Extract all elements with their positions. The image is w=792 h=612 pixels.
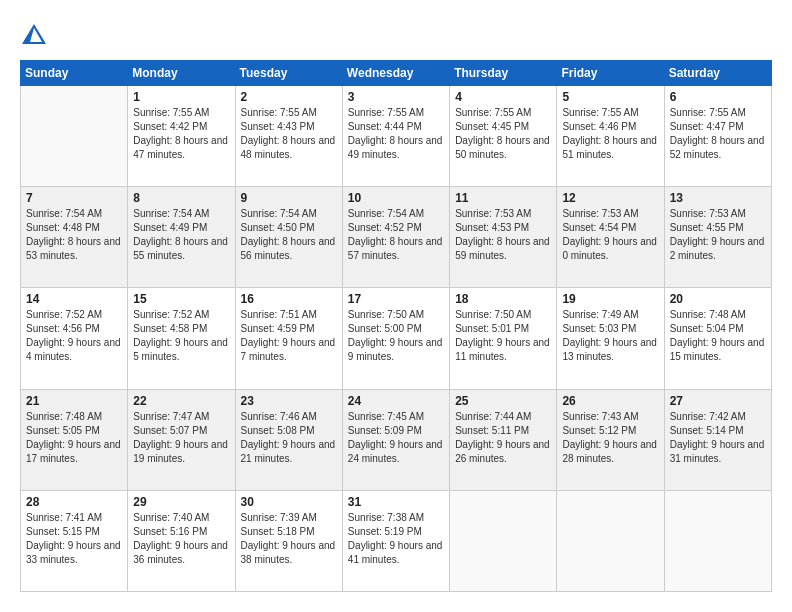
calendar-cell: 5Sunrise: 7:55 AM Sunset: 4:46 PM Daylig… (557, 86, 664, 187)
calendar-cell: 24Sunrise: 7:45 AM Sunset: 5:09 PM Dayli… (342, 389, 449, 490)
calendar-cell: 22Sunrise: 7:47 AM Sunset: 5:07 PM Dayli… (128, 389, 235, 490)
header (20, 20, 772, 48)
day-number: 19 (562, 292, 658, 306)
day-info: Sunrise: 7:51 AM Sunset: 4:59 PM Dayligh… (241, 308, 337, 364)
day-number: 30 (241, 495, 337, 509)
day-info: Sunrise: 7:54 AM Sunset: 4:48 PM Dayligh… (26, 207, 122, 263)
day-number: 3 (348, 90, 444, 104)
week-row-2: 7Sunrise: 7:54 AM Sunset: 4:48 PM Daylig… (21, 187, 772, 288)
calendar-cell: 11Sunrise: 7:53 AM Sunset: 4:53 PM Dayli… (450, 187, 557, 288)
weekday-header-monday: Monday (128, 61, 235, 86)
day-number: 28 (26, 495, 122, 509)
calendar-cell: 8Sunrise: 7:54 AM Sunset: 4:49 PM Daylig… (128, 187, 235, 288)
day-info: Sunrise: 7:53 AM Sunset: 4:55 PM Dayligh… (670, 207, 766, 263)
day-number: 25 (455, 394, 551, 408)
day-number: 8 (133, 191, 229, 205)
logo (20, 20, 52, 48)
weekday-header-row: SundayMondayTuesdayWednesdayThursdayFrid… (21, 61, 772, 86)
calendar: SundayMondayTuesdayWednesdayThursdayFrid… (20, 60, 772, 592)
day-number: 27 (670, 394, 766, 408)
weekday-header-saturday: Saturday (664, 61, 771, 86)
day-info: Sunrise: 7:55 AM Sunset: 4:44 PM Dayligh… (348, 106, 444, 162)
day-number: 20 (670, 292, 766, 306)
day-info: Sunrise: 7:48 AM Sunset: 5:04 PM Dayligh… (670, 308, 766, 364)
calendar-cell: 19Sunrise: 7:49 AM Sunset: 5:03 PM Dayli… (557, 288, 664, 389)
day-number: 11 (455, 191, 551, 205)
calendar-cell: 17Sunrise: 7:50 AM Sunset: 5:00 PM Dayli… (342, 288, 449, 389)
calendar-cell: 27Sunrise: 7:42 AM Sunset: 5:14 PM Dayli… (664, 389, 771, 490)
calendar-cell: 2Sunrise: 7:55 AM Sunset: 4:43 PM Daylig… (235, 86, 342, 187)
week-row-3: 14Sunrise: 7:52 AM Sunset: 4:56 PM Dayli… (21, 288, 772, 389)
day-number: 5 (562, 90, 658, 104)
week-row-4: 21Sunrise: 7:48 AM Sunset: 5:05 PM Dayli… (21, 389, 772, 490)
weekday-header-friday: Friday (557, 61, 664, 86)
calendar-cell (664, 490, 771, 591)
day-number: 14 (26, 292, 122, 306)
day-info: Sunrise: 7:55 AM Sunset: 4:47 PM Dayligh… (670, 106, 766, 162)
calendar-cell: 31Sunrise: 7:38 AM Sunset: 5:19 PM Dayli… (342, 490, 449, 591)
calendar-cell: 29Sunrise: 7:40 AM Sunset: 5:16 PM Dayli… (128, 490, 235, 591)
day-info: Sunrise: 7:55 AM Sunset: 4:43 PM Dayligh… (241, 106, 337, 162)
day-info: Sunrise: 7:43 AM Sunset: 5:12 PM Dayligh… (562, 410, 658, 466)
day-info: Sunrise: 7:55 AM Sunset: 4:46 PM Dayligh… (562, 106, 658, 162)
calendar-cell: 1Sunrise: 7:55 AM Sunset: 4:42 PM Daylig… (128, 86, 235, 187)
day-number: 29 (133, 495, 229, 509)
calendar-cell: 16Sunrise: 7:51 AM Sunset: 4:59 PM Dayli… (235, 288, 342, 389)
day-info: Sunrise: 7:49 AM Sunset: 5:03 PM Dayligh… (562, 308, 658, 364)
page: SundayMondayTuesdayWednesdayThursdayFrid… (0, 0, 792, 612)
calendar-cell: 30Sunrise: 7:39 AM Sunset: 5:18 PM Dayli… (235, 490, 342, 591)
weekday-header-wednesday: Wednesday (342, 61, 449, 86)
calendar-cell: 28Sunrise: 7:41 AM Sunset: 5:15 PM Dayli… (21, 490, 128, 591)
calendar-cell: 10Sunrise: 7:54 AM Sunset: 4:52 PM Dayli… (342, 187, 449, 288)
day-number: 26 (562, 394, 658, 408)
day-number: 22 (133, 394, 229, 408)
day-info: Sunrise: 7:55 AM Sunset: 4:42 PM Dayligh… (133, 106, 229, 162)
day-number: 16 (241, 292, 337, 306)
day-info: Sunrise: 7:45 AM Sunset: 5:09 PM Dayligh… (348, 410, 444, 466)
weekday-header-tuesday: Tuesday (235, 61, 342, 86)
day-info: Sunrise: 7:50 AM Sunset: 5:00 PM Dayligh… (348, 308, 444, 364)
day-number: 4 (455, 90, 551, 104)
calendar-cell: 3Sunrise: 7:55 AM Sunset: 4:44 PM Daylig… (342, 86, 449, 187)
weekday-header-thursday: Thursday (450, 61, 557, 86)
day-number: 31 (348, 495, 444, 509)
day-number: 7 (26, 191, 122, 205)
calendar-cell: 12Sunrise: 7:53 AM Sunset: 4:54 PM Dayli… (557, 187, 664, 288)
day-number: 10 (348, 191, 444, 205)
calendar-cell: 20Sunrise: 7:48 AM Sunset: 5:04 PM Dayli… (664, 288, 771, 389)
day-number: 15 (133, 292, 229, 306)
day-info: Sunrise: 7:42 AM Sunset: 5:14 PM Dayligh… (670, 410, 766, 466)
week-row-5: 28Sunrise: 7:41 AM Sunset: 5:15 PM Dayli… (21, 490, 772, 591)
day-info: Sunrise: 7:55 AM Sunset: 4:45 PM Dayligh… (455, 106, 551, 162)
calendar-cell (557, 490, 664, 591)
week-row-1: 1Sunrise: 7:55 AM Sunset: 4:42 PM Daylig… (21, 86, 772, 187)
day-info: Sunrise: 7:47 AM Sunset: 5:07 PM Dayligh… (133, 410, 229, 466)
day-number: 12 (562, 191, 658, 205)
day-number: 2 (241, 90, 337, 104)
weekday-header-sunday: Sunday (21, 61, 128, 86)
calendar-cell: 4Sunrise: 7:55 AM Sunset: 4:45 PM Daylig… (450, 86, 557, 187)
calendar-cell (21, 86, 128, 187)
day-number: 18 (455, 292, 551, 306)
calendar-cell: 18Sunrise: 7:50 AM Sunset: 5:01 PM Dayli… (450, 288, 557, 389)
logo-icon (20, 20, 48, 48)
day-info: Sunrise: 7:48 AM Sunset: 5:05 PM Dayligh… (26, 410, 122, 466)
day-info: Sunrise: 7:52 AM Sunset: 4:56 PM Dayligh… (26, 308, 122, 364)
day-info: Sunrise: 7:52 AM Sunset: 4:58 PM Dayligh… (133, 308, 229, 364)
day-number: 24 (348, 394, 444, 408)
day-number: 9 (241, 191, 337, 205)
day-number: 6 (670, 90, 766, 104)
day-info: Sunrise: 7:41 AM Sunset: 5:15 PM Dayligh… (26, 511, 122, 567)
day-info: Sunrise: 7:39 AM Sunset: 5:18 PM Dayligh… (241, 511, 337, 567)
day-info: Sunrise: 7:46 AM Sunset: 5:08 PM Dayligh… (241, 410, 337, 466)
day-info: Sunrise: 7:40 AM Sunset: 5:16 PM Dayligh… (133, 511, 229, 567)
day-number: 21 (26, 394, 122, 408)
calendar-cell: 23Sunrise: 7:46 AM Sunset: 5:08 PM Dayli… (235, 389, 342, 490)
calendar-cell: 15Sunrise: 7:52 AM Sunset: 4:58 PM Dayli… (128, 288, 235, 389)
day-number: 13 (670, 191, 766, 205)
calendar-cell: 21Sunrise: 7:48 AM Sunset: 5:05 PM Dayli… (21, 389, 128, 490)
calendar-cell: 6Sunrise: 7:55 AM Sunset: 4:47 PM Daylig… (664, 86, 771, 187)
day-info: Sunrise: 7:50 AM Sunset: 5:01 PM Dayligh… (455, 308, 551, 364)
day-info: Sunrise: 7:54 AM Sunset: 4:52 PM Dayligh… (348, 207, 444, 263)
calendar-cell: 14Sunrise: 7:52 AM Sunset: 4:56 PM Dayli… (21, 288, 128, 389)
